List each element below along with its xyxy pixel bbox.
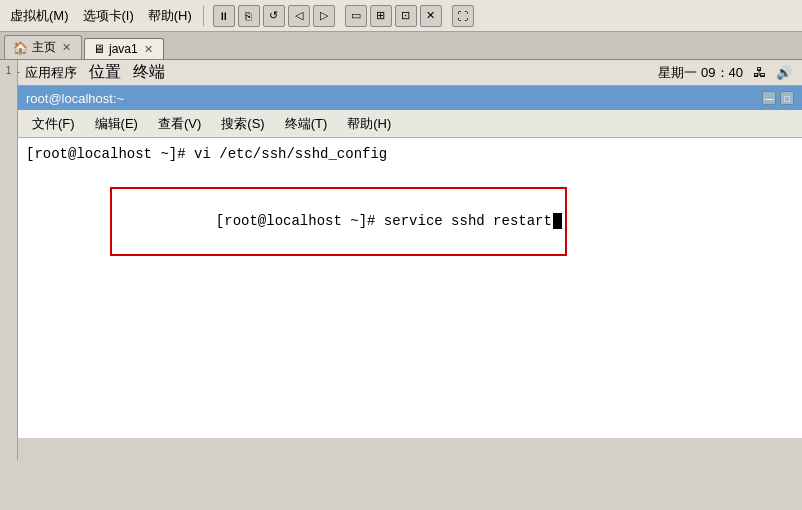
tab-home[interactable]: 🏠 主页 ✕	[4, 35, 82, 59]
tab-java1-close[interactable]: ✕	[144, 43, 153, 56]
terminal-title-buttons: — □	[762, 91, 794, 105]
cursor	[553, 213, 562, 229]
side-indicator-1: 1	[3, 64, 15, 76]
terminal-body[interactable]: [root@localhost ~]# vi /etc/ssh/sshd_con…	[18, 138, 802, 438]
refresh-button[interactable]: ↺	[263, 5, 285, 27]
window-button[interactable]: ⊞	[370, 5, 392, 27]
network-icon: 🖧	[753, 65, 766, 80]
screen-button[interactable]: ▭	[345, 5, 367, 27]
menu-help[interactable]: 帮助(H)	[339, 113, 399, 135]
home-icon: 🏠	[13, 41, 28, 55]
copy-button[interactable]: ⎘	[238, 5, 260, 27]
tab-java1[interactable]: 🖥 java1 ✕	[84, 38, 164, 59]
menu-search[interactable]: 搜索(S)	[213, 113, 272, 135]
vm-toolbar: 虚拟机(M) 选项卡(I) 帮助(H) ⏸ ⎘ ↺ ◁ ▷ ▭ ⊞ ⊡ ✕ ⛶	[0, 0, 802, 32]
status-left: ✦ 应用程序 位置 终端	[10, 62, 165, 83]
apps-menu[interactable]: ✦ 应用程序	[10, 64, 77, 82]
menu-edit[interactable]: 编辑(E)	[87, 113, 146, 135]
tab-bar: 🏠 主页 ✕ 🖥 java1 ✕	[0, 32, 802, 60]
tab-home-close[interactable]: ✕	[62, 41, 71, 54]
location-label[interactable]: 位置	[89, 62, 121, 83]
tab-home-label: 主页	[32, 39, 56, 56]
left-panel: 1	[0, 60, 18, 460]
terminal-main: root@localhost:~ — □ 文件(F) 编辑(E) 查看(V) 搜…	[18, 86, 802, 482]
volume-icon: 🔊	[776, 65, 792, 80]
terminal-line-1: [root@localhost ~]# vi /etc/ssh/sshd_con…	[26, 144, 794, 165]
toolbar-separator	[203, 6, 204, 26]
minimize-button[interactable]: —	[762, 91, 776, 105]
status-bar: ✦ 应用程序 位置 终端 星期一 09：40 🖧 🔊	[0, 60, 802, 86]
close-view-button[interactable]: ✕	[420, 5, 442, 27]
terminal-title-bar: root@localhost:~ — □	[18, 86, 802, 110]
pause-button[interactable]: ⏸	[213, 5, 235, 27]
vm-menu-tabs[interactable]: 选项卡(I)	[77, 5, 140, 27]
vm-menu-machine[interactable]: 虚拟机(M)	[4, 5, 75, 27]
status-right: 星期一 09：40 🖧 🔊	[658, 64, 792, 82]
terminal-title: root@localhost:~	[26, 91, 124, 106]
terminal-label[interactable]: 终端	[133, 62, 165, 83]
menu-view[interactable]: 查看(V)	[150, 113, 209, 135]
terminal-area: 1 root@localhost:~ — □ 文件(F) 编辑(E) 查看(V)…	[0, 86, 802, 482]
right-button[interactable]: ▷	[313, 5, 335, 27]
terminal-line-2: [root@localhost ~]# service sshd restart	[26, 165, 794, 277]
maximize-button[interactable]: □	[780, 91, 794, 105]
datetime: 星期一 09：40	[658, 64, 743, 82]
vm-menu-help[interactable]: 帮助(H)	[142, 5, 198, 27]
tab-java1-label: java1	[109, 42, 138, 56]
command-text: [root@localhost ~]# service sshd restart	[216, 213, 552, 229]
menu-terminal[interactable]: 终端(T)	[277, 113, 336, 135]
fullscreen-button[interactable]: ⛶	[452, 5, 474, 27]
left-button[interactable]: ◁	[288, 5, 310, 27]
toolbar-icons: ⏸ ⎘ ↺ ◁ ▷ ▭ ⊞ ⊡ ✕ ⛶	[213, 5, 474, 27]
java1-icon: 🖥	[93, 42, 105, 56]
highlighted-command: [root@localhost ~]# service sshd restart	[110, 187, 567, 256]
resize-button[interactable]: ⊡	[395, 5, 417, 27]
inner-menu-bar: 文件(F) 编辑(E) 查看(V) 搜索(S) 终端(T) 帮助(H)	[18, 110, 802, 138]
main-content: 🏠 主页 ✕ 🖥 java1 ✕ ✦ 应用程序 位置 终端 星期一 09：40 …	[0, 32, 802, 482]
apps-label: 应用程序	[25, 64, 77, 82]
menu-file[interactable]: 文件(F)	[24, 113, 83, 135]
